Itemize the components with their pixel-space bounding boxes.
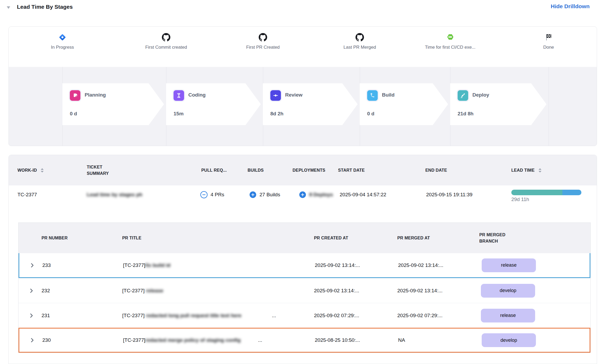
branch-badge: release xyxy=(481,309,535,322)
stage-card-coding: Coding 15m xyxy=(166,83,262,125)
pr-branch-cell: develop xyxy=(482,329,536,352)
drilldown-table-panel: WORK-ID TICKET SUMMARY PULL REQ... BUILD… xyxy=(8,155,597,364)
pr-number: 232 xyxy=(42,278,50,303)
stage-name: Review xyxy=(285,92,302,98)
milestone-label: Time for first CI/CD exe... xyxy=(408,45,493,50)
column-header-pr-created-at: PR CREATED AT xyxy=(314,223,348,253)
branch-icon xyxy=(367,90,378,101)
milestone-last-pr-merged: Last PR Merged xyxy=(317,27,402,50)
column-header-start-date: START DATE xyxy=(338,155,365,185)
column-header-ticket-summary: TICKET SUMMARY xyxy=(87,155,116,185)
stage-name: Build xyxy=(382,92,395,98)
cicd-icon xyxy=(408,27,493,43)
pr-merged-at: NA xyxy=(398,329,405,352)
milestone-first-commit: First Commit created xyxy=(124,27,208,50)
pr-merged-at: 2025-09-02 13:14:... xyxy=(398,253,443,277)
ticket-summary-redacted: Lead time by stages ph xyxy=(87,185,190,204)
milestone-label: Last PR Merged xyxy=(317,45,402,50)
pull-requests-toggle[interactable]: 4 PRs xyxy=(200,185,224,204)
lead-time-value: 29d 11h xyxy=(511,197,529,202)
lead-time-bar-blue xyxy=(562,190,581,195)
pr-table-header: PR NUMBER PR TITLE PR CREATED AT PR MERG… xyxy=(19,223,590,253)
builds-toggle[interactable]: 27 Builds xyxy=(249,185,280,204)
work-table-header: WORK-ID TICKET SUMMARY PULL REQ... BUILD… xyxy=(9,155,597,185)
stage-card-planning: Planning 0 d xyxy=(62,83,166,125)
pr-number: 233 xyxy=(42,253,51,277)
github-icon xyxy=(221,27,305,43)
branch-badge: develop xyxy=(481,284,535,298)
column-header-deployments: DEPLOYMENTS xyxy=(293,155,325,185)
sort-icon[interactable] xyxy=(538,167,542,173)
column-header-lead-time: LEAD TIME xyxy=(511,155,542,185)
column-header-end-date: END DATE xyxy=(425,155,447,185)
lead-time-stages-panel: In Progress First Commit created First P… xyxy=(8,26,597,146)
stage-name: Planning xyxy=(85,92,106,98)
pr-created-at: 2025-09-02 13:14:... xyxy=(314,278,359,303)
stage-card-build: Build 0 d xyxy=(360,83,450,125)
pr-created-at: 2025-09-02 07:29:... xyxy=(314,303,359,328)
milestone-divider xyxy=(549,67,549,146)
pr-number: 230 xyxy=(42,329,51,352)
minus-circle-icon[interactable] xyxy=(200,191,208,199)
github-icon xyxy=(317,27,402,43)
pr-merged-at: 2025-09-02 13:14:... xyxy=(397,278,443,303)
pr-row-230[interactable]: 230 [TC-2377]redacted merge policy of st… xyxy=(19,328,590,353)
milestone-first-pr: First PR Created xyxy=(221,27,305,50)
branch-badge: release xyxy=(482,258,536,272)
work-item-row[interactable]: TC-2377 Lead time by stages ph 4 PRs 27 … xyxy=(9,185,597,204)
pr-title: [TC-2377]fix build id xyxy=(123,253,190,277)
plus-circle-icon[interactable] xyxy=(299,191,307,199)
stage-duration: 0 d xyxy=(367,111,374,117)
hide-drilldown-link[interactable]: Hide Drilldown xyxy=(551,3,590,10)
chevron-right-icon[interactable] xyxy=(29,329,36,352)
stage-duration: 0 d xyxy=(70,111,77,117)
lead-time-bar-teal xyxy=(511,190,562,195)
pr-merged-at: 2025-09-02 07:29:... xyxy=(397,303,443,328)
finish-flag-icon xyxy=(506,27,591,43)
chevron-right-icon[interactable] xyxy=(29,253,36,277)
deployments-toggle[interactable]: 8 Deploys xyxy=(299,185,334,204)
milestone-label: Done xyxy=(506,45,591,50)
plus-circle-icon[interactable] xyxy=(249,191,257,199)
pr-row-232[interactable]: 232 [TC-2377] release 2025-09-02 13:14:.… xyxy=(19,278,590,303)
pr-title: [TC-2377]redacted merge policy of stagin… xyxy=(123,329,262,352)
pr-row-233[interactable]: 233 [TC-2377]fix build id 2025-09-02 13:… xyxy=(19,253,590,278)
milestones-row: In Progress First Commit created First P… xyxy=(9,27,597,67)
milestone-in-progress: In Progress xyxy=(20,27,105,50)
commit-node-icon xyxy=(270,90,281,101)
pr-row-231[interactable]: 231 [TC-2377] redacted long pull request… xyxy=(19,303,590,328)
end-date-value: 2025-09-15 19:11:39 xyxy=(426,185,472,204)
milestone-cicd: Time for first CI/CD exe... xyxy=(408,27,493,50)
work-id-value: TC-2377 xyxy=(17,185,37,204)
pr-branch-cell: release xyxy=(482,253,536,277)
stage-duration: 15m xyxy=(174,111,184,117)
chevron-right-icon[interactable] xyxy=(28,303,35,328)
page-title: Lead Time By Stages xyxy=(17,4,73,10)
milestone-label: First PR Created xyxy=(221,45,305,50)
pr-created-at: 2025-09-02 13:14:... xyxy=(315,253,360,277)
hourglass-icon xyxy=(174,90,184,101)
stage-chevrons-area: Planning 0 d Coding 15m xyxy=(9,67,597,146)
pr-number: 231 xyxy=(42,303,50,328)
collapse-triangle-icon[interactable] xyxy=(6,5,12,11)
column-header-pr-number: PR NUMBER xyxy=(42,223,68,253)
milestone-label: In Progress xyxy=(20,45,105,50)
github-icon xyxy=(124,27,208,43)
rocket-icon xyxy=(458,90,468,101)
stage-name: Deploy xyxy=(472,92,489,98)
pr-branch-cell: develop xyxy=(481,278,535,303)
planning-icon xyxy=(70,90,80,101)
column-header-builds: BUILDS xyxy=(248,155,264,185)
lead-time-bar xyxy=(511,190,581,195)
column-header-pull-requests: PULL REQ... xyxy=(201,155,227,185)
stage-card-deploy: Deploy 21d 8h xyxy=(450,83,548,125)
column-header-pr-title: PR TITLE xyxy=(122,223,142,253)
jira-issue-icon xyxy=(20,27,105,43)
column-header-pr-merged-at: PR MERGED AT xyxy=(397,223,430,253)
column-header-pr-merged-branch: PR MERGED BRANCH xyxy=(479,223,509,253)
milestone-label: First Commit created xyxy=(124,45,208,50)
pr-title: [TC-2377] redacted long pull request tit… xyxy=(122,303,276,328)
sort-icon[interactable] xyxy=(40,167,44,173)
chevron-right-icon[interactable] xyxy=(28,278,35,303)
start-date-value: 2025-09-04 14:57:22 xyxy=(340,185,386,204)
